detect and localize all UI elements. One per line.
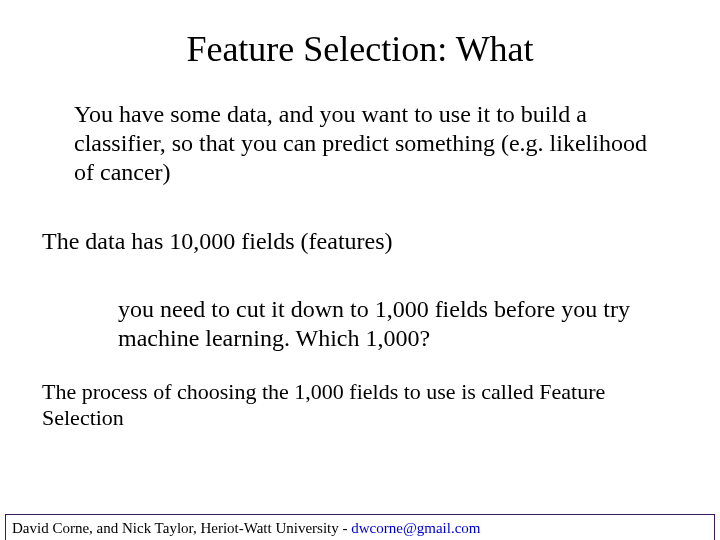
slide-container: Feature Selection: What You have some da… (0, 28, 720, 540)
paragraph-definition: The process of choosing the 1,000 fields… (42, 379, 660, 432)
paragraph-cut-down: you need to cut it down to 1,000 fields … (118, 295, 660, 353)
footer-box: David Corne, and Nick Taylor, Heriot-Wat… (5, 514, 715, 541)
paragraph-fields-count: The data has 10,000 fields (features) (42, 228, 720, 255)
paragraph-intro: You have some data, and you want to use … (74, 100, 660, 186)
footer-authors: David Corne, and Nick Taylor, Heriot-Wat… (12, 520, 351, 536)
footer-email-link[interactable]: dwcorne@gmail.com (351, 520, 480, 536)
slide-title: Feature Selection: What (0, 28, 720, 70)
footer-line-1: David Corne, and Nick Taylor, Heriot-Wat… (12, 519, 708, 538)
